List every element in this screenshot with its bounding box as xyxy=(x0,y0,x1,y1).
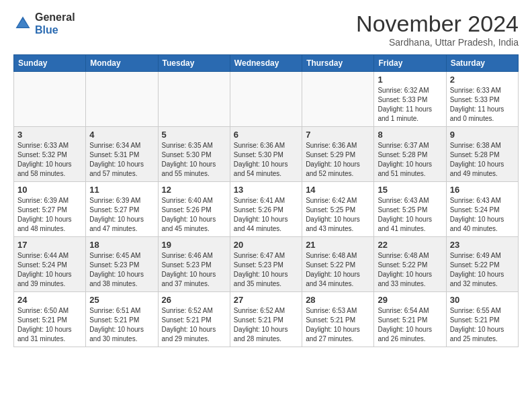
calendar-cell: 4Sunrise: 6:34 AM Sunset: 5:31 PM Daylig… xyxy=(86,127,158,182)
day-info: Sunrise: 6:52 AM Sunset: 5:21 PM Dayligh… xyxy=(162,306,226,344)
day-number: 25 xyxy=(89,295,154,305)
calendar-cell xyxy=(86,72,158,127)
day-info: Sunrise: 6:40 AM Sunset: 5:26 PM Dayligh… xyxy=(162,196,226,234)
day-info: Sunrise: 6:36 AM Sunset: 5:30 PM Dayligh… xyxy=(234,141,298,179)
day-number: 21 xyxy=(306,240,370,250)
day-number: 24 xyxy=(17,295,82,305)
page: General Blue November 2024 Sardhana, Utt… xyxy=(0,0,532,361)
day-number: 9 xyxy=(450,130,515,140)
day-number: 27 xyxy=(234,295,298,305)
day-info: Sunrise: 6:43 AM Sunset: 5:24 PM Dayligh… xyxy=(450,196,515,234)
day-number: 10 xyxy=(17,185,82,195)
day-info: Sunrise: 6:45 AM Sunset: 5:23 PM Dayligh… xyxy=(89,251,154,289)
calendar-cell xyxy=(14,72,86,127)
logo-line2: Blue xyxy=(35,24,75,36)
day-info: Sunrise: 6:54 AM Sunset: 5:21 PM Dayligh… xyxy=(378,306,442,344)
day-number: 30 xyxy=(450,295,515,305)
calendar-cell: 16Sunrise: 6:43 AM Sunset: 5:24 PM Dayli… xyxy=(446,182,518,237)
day-info: Sunrise: 6:36 AM Sunset: 5:29 PM Dayligh… xyxy=(306,141,370,179)
calendar-week-row: 10Sunrise: 6:39 AM Sunset: 5:27 PM Dayli… xyxy=(14,182,519,237)
calendar-cell: 24Sunrise: 6:50 AM Sunset: 5:21 PM Dayli… xyxy=(14,292,86,347)
calendar-cell: 23Sunrise: 6:49 AM Sunset: 5:22 PM Dayli… xyxy=(446,237,518,292)
day-info: Sunrise: 6:48 AM Sunset: 5:22 PM Dayligh… xyxy=(378,251,442,289)
calendar-cell: 3Sunrise: 6:33 AM Sunset: 5:32 PM Daylig… xyxy=(14,127,86,182)
day-number: 15 xyxy=(378,185,442,195)
calendar-cell: 20Sunrise: 6:47 AM Sunset: 5:23 PM Dayli… xyxy=(230,237,302,292)
day-info: Sunrise: 6:43 AM Sunset: 5:25 PM Dayligh… xyxy=(378,196,442,234)
day-info: Sunrise: 6:49 AM Sunset: 5:22 PM Dayligh… xyxy=(450,251,515,289)
day-number: 26 xyxy=(162,295,226,305)
weekday-header: Wednesday xyxy=(230,55,302,72)
weekday-header: Monday xyxy=(86,55,158,72)
day-info: Sunrise: 6:55 AM Sunset: 5:21 PM Dayligh… xyxy=(450,306,515,344)
day-info: Sunrise: 6:51 AM Sunset: 5:21 PM Dayligh… xyxy=(89,306,154,344)
day-number: 13 xyxy=(234,185,298,195)
logo-icon xyxy=(13,14,32,33)
location-subtitle: Sardhana, Uttar Pradesh, India xyxy=(356,37,519,48)
logo-text: General Blue xyxy=(35,11,75,36)
calendar-cell: 13Sunrise: 6:41 AM Sunset: 5:26 PM Dayli… xyxy=(230,182,302,237)
calendar-cell: 28Sunrise: 6:53 AM Sunset: 5:21 PM Dayli… xyxy=(302,292,374,347)
calendar-week-row: 24Sunrise: 6:50 AM Sunset: 5:21 PM Dayli… xyxy=(14,292,519,347)
calendar-cell xyxy=(302,72,374,127)
day-number: 18 xyxy=(89,240,154,250)
calendar-week-row: 3Sunrise: 6:33 AM Sunset: 5:32 PM Daylig… xyxy=(14,127,519,182)
day-info: Sunrise: 6:39 AM Sunset: 5:27 PM Dayligh… xyxy=(17,196,82,234)
day-number: 14 xyxy=(306,185,370,195)
day-info: Sunrise: 6:33 AM Sunset: 5:32 PM Dayligh… xyxy=(17,141,82,179)
day-number: 29 xyxy=(378,295,442,305)
calendar-cell: 27Sunrise: 6:52 AM Sunset: 5:21 PM Dayli… xyxy=(230,292,302,347)
calendar-cell: 21Sunrise: 6:48 AM Sunset: 5:22 PM Dayli… xyxy=(302,237,374,292)
calendar-cell: 7Sunrise: 6:36 AM Sunset: 5:29 PM Daylig… xyxy=(302,127,374,182)
day-number: 6 xyxy=(234,130,298,140)
calendar-cell: 10Sunrise: 6:39 AM Sunset: 5:27 PM Dayli… xyxy=(14,182,86,237)
day-number: 3 xyxy=(17,130,82,140)
day-info: Sunrise: 6:35 AM Sunset: 5:30 PM Dayligh… xyxy=(162,141,226,179)
calendar-cell: 2Sunrise: 6:33 AM Sunset: 5:33 PM Daylig… xyxy=(446,72,518,127)
month-title: November 2024 xyxy=(356,11,519,37)
calendar-cell: 14Sunrise: 6:42 AM Sunset: 5:25 PM Dayli… xyxy=(302,182,374,237)
day-number: 20 xyxy=(234,240,298,250)
day-number: 4 xyxy=(89,130,154,140)
calendar-cell xyxy=(230,72,302,127)
calendar-cell: 25Sunrise: 6:51 AM Sunset: 5:21 PM Dayli… xyxy=(86,292,158,347)
day-info: Sunrise: 6:53 AM Sunset: 5:21 PM Dayligh… xyxy=(306,306,370,344)
title-block: November 2024 Sardhana, Uttar Pradesh, I… xyxy=(356,11,519,48)
day-info: Sunrise: 6:33 AM Sunset: 5:33 PM Dayligh… xyxy=(450,86,515,124)
day-info: Sunrise: 6:50 AM Sunset: 5:21 PM Dayligh… xyxy=(17,306,82,344)
day-info: Sunrise: 6:41 AM Sunset: 5:26 PM Dayligh… xyxy=(234,196,298,234)
calendar-cell xyxy=(158,72,230,127)
day-number: 22 xyxy=(378,240,442,250)
day-info: Sunrise: 6:42 AM Sunset: 5:25 PM Dayligh… xyxy=(306,196,370,234)
day-number: 17 xyxy=(17,240,82,250)
calendar-cell: 15Sunrise: 6:43 AM Sunset: 5:25 PM Dayli… xyxy=(374,182,446,237)
calendar-cell: 6Sunrise: 6:36 AM Sunset: 5:30 PM Daylig… xyxy=(230,127,302,182)
calendar-cell: 22Sunrise: 6:48 AM Sunset: 5:22 PM Dayli… xyxy=(374,237,446,292)
weekday-header: Friday xyxy=(374,55,446,72)
day-number: 16 xyxy=(450,185,515,195)
day-number: 5 xyxy=(162,130,226,140)
day-number: 12 xyxy=(162,185,226,195)
day-number: 23 xyxy=(450,240,515,250)
calendar-cell: 8Sunrise: 6:37 AM Sunset: 5:28 PM Daylig… xyxy=(374,127,446,182)
day-info: Sunrise: 6:44 AM Sunset: 5:24 PM Dayligh… xyxy=(17,251,82,289)
calendar-cell: 12Sunrise: 6:40 AM Sunset: 5:26 PM Dayli… xyxy=(158,182,230,237)
weekday-header: Tuesday xyxy=(158,55,230,72)
day-info: Sunrise: 6:34 AM Sunset: 5:31 PM Dayligh… xyxy=(89,141,154,179)
day-number: 7 xyxy=(306,130,370,140)
day-number: 2 xyxy=(450,75,515,85)
calendar-cell: 1Sunrise: 6:32 AM Sunset: 5:33 PM Daylig… xyxy=(374,72,446,127)
weekday-header: Thursday xyxy=(302,55,374,72)
day-info: Sunrise: 6:47 AM Sunset: 5:23 PM Dayligh… xyxy=(234,251,298,289)
day-number: 19 xyxy=(162,240,226,250)
calendar-cell: 30Sunrise: 6:55 AM Sunset: 5:21 PM Dayli… xyxy=(446,292,518,347)
day-info: Sunrise: 6:52 AM Sunset: 5:21 PM Dayligh… xyxy=(234,306,298,344)
day-info: Sunrise: 6:37 AM Sunset: 5:28 PM Dayligh… xyxy=(378,141,442,179)
calendar-cell: 26Sunrise: 6:52 AM Sunset: 5:21 PM Dayli… xyxy=(158,292,230,347)
header: General Blue November 2024 Sardhana, Utt… xyxy=(13,11,519,48)
day-number: 1 xyxy=(378,75,442,85)
calendar-week-row: 1Sunrise: 6:32 AM Sunset: 5:33 PM Daylig… xyxy=(14,72,519,127)
day-info: Sunrise: 6:46 AM Sunset: 5:23 PM Dayligh… xyxy=(162,251,226,289)
logo-line1: General xyxy=(35,11,75,24)
day-info: Sunrise: 6:48 AM Sunset: 5:22 PM Dayligh… xyxy=(306,251,370,289)
